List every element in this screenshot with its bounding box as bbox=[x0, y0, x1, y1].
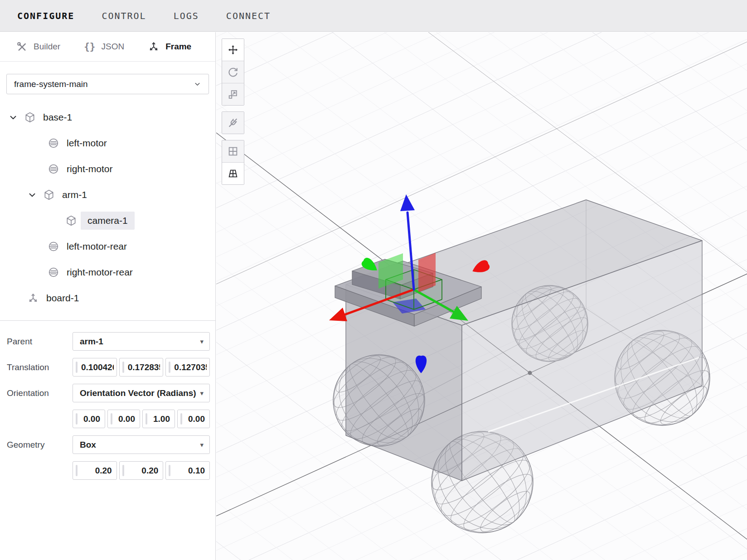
chevron-down-icon[interactable] bbox=[27, 190, 37, 200]
tab-frame-label: Frame bbox=[165, 42, 191, 52]
tab-builder[interactable]: Builder bbox=[16, 41, 60, 53]
nav-tab-connect[interactable]: CONNECT bbox=[226, 10, 271, 21]
motor-icon bbox=[48, 163, 59, 175]
motor-icon bbox=[48, 266, 59, 278]
tab-builder-label: Builder bbox=[34, 42, 60, 52]
parent-label: Parent bbox=[7, 337, 73, 347]
cube-icon bbox=[65, 215, 77, 227]
tree-item-right-motor-rear[interactable]: right-motor-rear bbox=[0, 259, 215, 285]
geometry-type-value: Box bbox=[80, 440, 200, 450]
3d-scene[interactable] bbox=[216, 32, 747, 560]
tab-json[interactable]: {} JSON bbox=[84, 41, 124, 52]
tree-item-label: arm-1 bbox=[62, 189, 87, 200]
tree-item-left-motor[interactable]: left-motor bbox=[0, 130, 215, 156]
tab-json-label: JSON bbox=[101, 42, 124, 52]
nav-tab-configure[interactable]: CONFIGURE bbox=[17, 10, 74, 21]
tree-item-label: board-1 bbox=[46, 293, 79, 304]
sidebar: Builder {} JSON Frame frame-system-main … bbox=[0, 32, 216, 560]
tree-item-label: base-1 bbox=[43, 112, 72, 123]
orientation-z-input[interactable] bbox=[142, 410, 175, 428]
chevron-down-icon[interactable] bbox=[8, 112, 18, 122]
z-axis-arrowhead[interactable] bbox=[400, 194, 415, 211]
frame-properties-panel: Parent arm-1 Translation Orientation Ori… bbox=[0, 320, 215, 480]
orientation-type-select[interactable]: Orientation Vector (Radians) bbox=[73, 384, 210, 402]
tree-item-label: right-motor-rear bbox=[67, 267, 133, 278]
frame-tree: base-1 left-motor right-motor arm-1 came… bbox=[0, 104, 215, 311]
nav-tab-logs[interactable]: LOGS bbox=[174, 10, 199, 21]
translation-z-input[interactable] bbox=[165, 358, 210, 377]
translation-x-input[interactable] bbox=[73, 358, 117, 377]
scale-tool-button[interactable] bbox=[222, 83, 244, 105]
perspective-grid-toggle-button[interactable] bbox=[222, 163, 244, 184]
frame-system-select-value: frame-system-main bbox=[14, 79, 194, 89]
x-axis-arrowhead[interactable] bbox=[329, 308, 347, 321]
orientation-x-input[interactable] bbox=[73, 410, 105, 428]
tree-item-base-1[interactable]: base-1 bbox=[0, 104, 215, 130]
geometry-x-input[interactable] bbox=[73, 461, 117, 480]
motor-icon bbox=[48, 137, 59, 149]
braces-icon: {} bbox=[84, 41, 95, 52]
grid-toggle-button[interactable] bbox=[222, 140, 244, 163]
tools-icon bbox=[16, 41, 28, 53]
geometry-z-input[interactable] bbox=[165, 461, 210, 480]
tree-item-label: left-motor bbox=[67, 138, 107, 149]
frame-system-select[interactable]: frame-system-main bbox=[6, 74, 209, 94]
orientation-y-input[interactable] bbox=[107, 410, 140, 428]
nav-tab-control[interactable]: CONTROL bbox=[102, 10, 146, 21]
cube-icon bbox=[43, 189, 55, 201]
dropdown-arrow-icon bbox=[200, 389, 204, 397]
tree-item-label-selected: camera-1 bbox=[81, 212, 135, 230]
dropdown-arrow-icon bbox=[200, 441, 204, 449]
geometry-type-select[interactable]: Box bbox=[73, 435, 210, 454]
tree-item-camera-1[interactable]: camera-1 bbox=[0, 208, 215, 233]
tree-item-right-motor[interactable]: right-motor bbox=[0, 156, 215, 182]
translation-y-input[interactable] bbox=[119, 358, 164, 377]
geometry-label: Geometry bbox=[7, 440, 73, 450]
tree-item-left-motor-rear[interactable]: left-motor-rear bbox=[0, 233, 215, 259]
orientation-theta-input[interactable] bbox=[177, 410, 210, 428]
chevron-down-icon bbox=[194, 80, 201, 88]
orientation-type-value: Orientation Vector (Radians) bbox=[80, 388, 200, 398]
tree-item-board-1[interactable]: board-1 bbox=[0, 285, 215, 311]
rotate-tool-button[interactable] bbox=[222, 61, 244, 83]
viewport-toolbar bbox=[222, 39, 244, 185]
plane-handle-red[interactable] bbox=[418, 253, 436, 292]
dropdown-arrow-icon bbox=[200, 338, 204, 346]
3d-viewport[interactable] bbox=[216, 32, 747, 560]
translate-tool-button[interactable] bbox=[222, 39, 244, 61]
config-mode-tabs: Builder {} JSON Frame bbox=[0, 32, 215, 62]
snap-disabled-button[interactable] bbox=[222, 112, 244, 134]
tree-item-label: right-motor bbox=[67, 164, 113, 174]
app-window: CONFIGURE CONTROL LOGS CONNECT Builder {… bbox=[0, 0, 747, 560]
top-nav: CONFIGURE CONTROL LOGS CONNECT bbox=[0, 0, 747, 32]
parent-select-value: arm-1 bbox=[80, 337, 200, 347]
frame-axes-icon bbox=[148, 41, 160, 53]
orientation-label: Orientation bbox=[7, 388, 73, 398]
motor-icon bbox=[48, 241, 59, 252]
parent-select[interactable]: arm-1 bbox=[73, 332, 210, 351]
frame-axes-icon bbox=[27, 292, 39, 304]
translation-label: Translation bbox=[7, 362, 73, 372]
tree-item-arm-1[interactable]: arm-1 bbox=[0, 182, 215, 208]
cube-icon bbox=[24, 111, 36, 123]
geometry-y-input[interactable] bbox=[119, 461, 164, 480]
tab-frame[interactable]: Frame bbox=[148, 41, 191, 53]
tree-item-label: left-motor-rear bbox=[67, 241, 127, 252]
chassis-box[interactable] bbox=[346, 200, 702, 481]
